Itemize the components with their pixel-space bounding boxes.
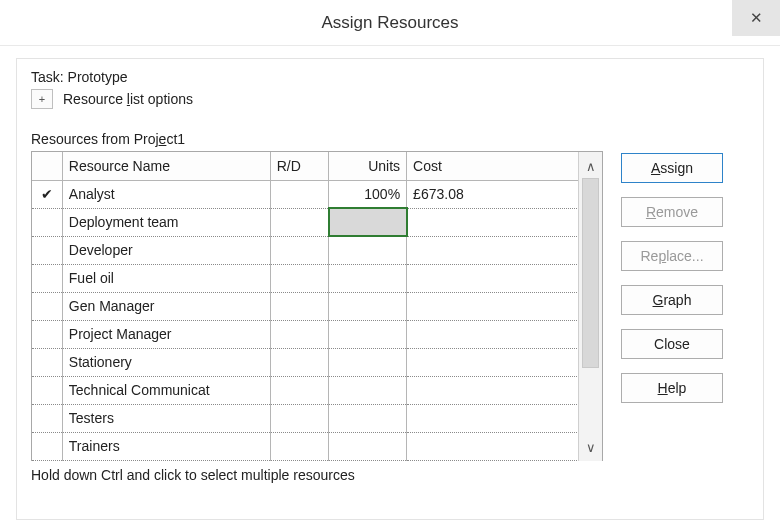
row-units-cell[interactable] <box>329 404 407 432</box>
resource-grid[interactable]: Resource Name R/D Units Cost ✔Analyst100… <box>31 151 603 461</box>
resource-table: Resource Name R/D Units Cost ✔Analyst100… <box>32 152 602 461</box>
table-row[interactable]: Fuel oil <box>32 264 602 292</box>
table-row[interactable]: Project Manager <box>32 320 602 348</box>
row-rd-cell[interactable] <box>270 404 328 432</box>
row-name-cell[interactable]: Fuel oil <box>62 264 270 292</box>
table-row[interactable]: Stationery <box>32 348 602 376</box>
row-check-cell[interactable] <box>32 432 62 460</box>
row-units-cell[interactable] <box>329 348 407 376</box>
scroll-thumb[interactable] <box>582 178 599 368</box>
table-row[interactable]: Deployment team <box>32 208 602 236</box>
col-cost-header[interactable]: Cost <box>407 152 602 180</box>
row-check-cell[interactable] <box>32 236 62 264</box>
multiselect-hint: Hold down Ctrl and click to select multi… <box>31 467 749 483</box>
row-check-cell[interactable] <box>32 404 62 432</box>
row-units-cell[interactable] <box>329 320 407 348</box>
row-check-cell[interactable] <box>32 376 62 404</box>
remove-button[interactable]: Remove <box>621 197 723 227</box>
resource-list-options-row: + Resource list options <box>31 89 749 109</box>
row-cost-cell[interactable] <box>407 236 602 264</box>
close-icon: ✕ <box>750 9 763 27</box>
row-cost-cell[interactable] <box>407 264 602 292</box>
vertical-scrollbar[interactable]: ∧ ∨ <box>578 152 602 461</box>
chevron-down-icon: ∨ <box>586 440 596 455</box>
row-rd-cell[interactable] <box>270 292 328 320</box>
help-button[interactable]: Help <box>621 373 723 403</box>
table-row[interactable]: Technical Communicat <box>32 376 602 404</box>
row-check-cell[interactable]: ✔ <box>32 180 62 208</box>
col-check-header[interactable] <box>32 152 62 180</box>
window-close-button[interactable]: ✕ <box>732 0 780 36</box>
row-units-cell[interactable] <box>329 236 407 264</box>
row-name-cell[interactable]: Project Manager <box>62 320 270 348</box>
table-row[interactable]: Testers <box>32 404 602 432</box>
row-cost-cell[interactable] <box>407 208 602 236</box>
row-units-cell[interactable] <box>329 376 407 404</box>
row-cost-cell[interactable] <box>407 376 602 404</box>
scroll-down-button[interactable]: ∨ <box>579 437 602 457</box>
row-name-cell[interactable]: Gen Manager <box>62 292 270 320</box>
row-check-cell[interactable] <box>32 292 62 320</box>
assign-button[interactable]: Assign <box>621 153 723 183</box>
row-cost-cell[interactable] <box>407 432 602 460</box>
row-rd-cell[interactable] <box>270 376 328 404</box>
row-check-cell[interactable] <box>32 320 62 348</box>
assign-resources-dialog: Assign Resources ✕ Task: Prototype + Res… <box>0 0 780 530</box>
graph-button[interactable]: Graph <box>621 285 723 315</box>
row-rd-cell[interactable] <box>270 208 328 236</box>
close-button[interactable]: Close <box>621 329 723 359</box>
row-name-cell[interactable]: Technical Communicat <box>62 376 270 404</box>
row-check-cell[interactable] <box>32 348 62 376</box>
row-name-cell[interactable]: Stationery <box>62 348 270 376</box>
col-units-header[interactable]: Units <box>329 152 407 180</box>
col-name-header[interactable]: Resource Name <box>62 152 270 180</box>
table-row[interactable]: Gen Manager <box>32 292 602 320</box>
row-name-cell[interactable]: Deployment team <box>62 208 270 236</box>
task-label: Task: <box>31 69 64 85</box>
row-name-cell[interactable]: Testers <box>62 404 270 432</box>
expand-options-button[interactable]: + <box>31 89 53 109</box>
resources-from-label: Resources from Project1 <box>31 131 749 147</box>
titlebar: Assign Resources ✕ <box>0 0 780 46</box>
replace-button[interactable]: Replace... <box>621 241 723 271</box>
row-rd-cell[interactable] <box>270 432 328 460</box>
client-area: Task: Prototype + Resource list options … <box>0 46 780 530</box>
row-rd-cell[interactable] <box>270 236 328 264</box>
row-rd-cell[interactable] <box>270 320 328 348</box>
row-rd-cell[interactable] <box>270 348 328 376</box>
task-line: Task: Prototype <box>31 69 749 85</box>
task-name: Prototype <box>68 69 128 85</box>
table-row[interactable]: ✔Analyst100%£673.08 <box>32 180 602 208</box>
row-name-cell[interactable]: Trainers <box>62 432 270 460</box>
row-rd-cell[interactable] <box>270 264 328 292</box>
row-check-cell[interactable] <box>32 264 62 292</box>
row-name-cell[interactable]: Analyst <box>62 180 270 208</box>
main-area: Resource Name R/D Units Cost ✔Analyst100… <box>31 151 749 461</box>
window-title: Assign Resources <box>321 13 458 33</box>
table-row[interactable]: Trainers <box>32 432 602 460</box>
table-row[interactable]: Developer <box>32 236 602 264</box>
row-rd-cell[interactable] <box>270 180 328 208</box>
header-row: Resource Name R/D Units Cost <box>32 152 602 180</box>
row-units-cell[interactable] <box>329 292 407 320</box>
row-cost-cell[interactable] <box>407 348 602 376</box>
inner-panel: Task: Prototype + Resource list options … <box>16 58 764 520</box>
row-name-cell[interactable]: Developer <box>62 236 270 264</box>
row-units-cell[interactable] <box>329 264 407 292</box>
resource-list-options-label[interactable]: Resource list options <box>63 91 193 107</box>
row-units-cell[interactable]: 100% <box>329 180 407 208</box>
row-check-cell[interactable] <box>32 208 62 236</box>
plus-icon: + <box>39 93 45 105</box>
row-units-cell[interactable] <box>329 208 407 236</box>
scroll-up-button[interactable]: ∧ <box>579 156 602 176</box>
row-cost-cell[interactable] <box>407 404 602 432</box>
chevron-up-icon: ∧ <box>586 159 596 174</box>
row-cost-cell[interactable] <box>407 320 602 348</box>
row-cost-cell[interactable] <box>407 292 602 320</box>
col-rd-header[interactable]: R/D <box>270 152 328 180</box>
row-cost-cell[interactable]: £673.08 <box>407 180 602 208</box>
row-units-cell[interactable] <box>329 432 407 460</box>
button-column: Assign Remove Replace... Graph Close <box>621 151 723 461</box>
